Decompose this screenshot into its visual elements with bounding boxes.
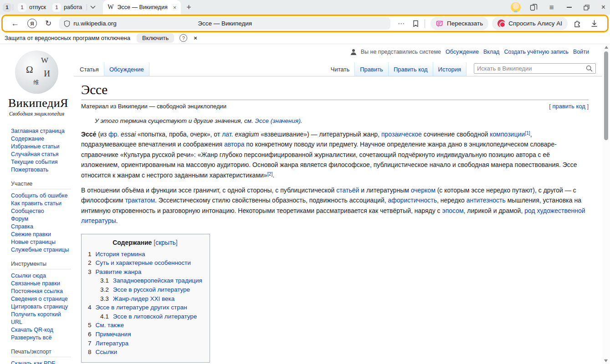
- view-tab[interactable]: Править код: [389, 62, 433, 76]
- help-icon[interactable]: ?: [179, 34, 187, 42]
- sidebar-link[interactable]: Сообщество: [11, 207, 71, 215]
- inline-link[interactable]: править код: [552, 103, 585, 110]
- sidebar-link[interactable]: Скачать как PDF: [11, 360, 71, 364]
- page-scrollbar[interactable]: [602, 44, 610, 364]
- personal-link[interactable]: Обсуждение: [446, 49, 479, 55]
- personal-link[interactable]: Войти: [573, 49, 589, 55]
- toc-item[interactable]: 7 Литература: [88, 339, 202, 348]
- sidebar-link[interactable]: Случайная статья: [11, 151, 71, 158]
- inline-link[interactable]: статьёй: [336, 187, 359, 194]
- namespace-tab[interactable]: Статья: [75, 62, 104, 76]
- collections-icon[interactable]: [530, 4, 538, 11]
- scroll-up-arrow[interactable]: [605, 46, 608, 49]
- view-tab[interactable]: Править: [355, 62, 389, 76]
- extensions-icon[interactable]: [573, 20, 581, 28]
- alice-avatar-icon[interactable]: [511, 2, 521, 12]
- refresh-icon[interactable]: ↻: [45, 19, 51, 28]
- inline-link[interactable]: афористичность: [388, 197, 437, 204]
- wiki-search-box[interactable]: [474, 63, 596, 74]
- view-tab[interactable]: Читать: [326, 62, 355, 76]
- toc-item[interactable]: 8 Ссылки: [88, 348, 202, 357]
- toc-link[interactable]: Западноевропейская традиция: [113, 276, 202, 285]
- sidebar-link[interactable]: Как править статьи: [11, 200, 71, 207]
- sidebar-link[interactable]: Свежие правки: [11, 231, 71, 238]
- toc-item[interactable]: 2 Суть и характерные особенности: [88, 258, 202, 268]
- tab-group-chip[interactable]: 1 работа: [49, 2, 85, 13]
- toc-link[interactable]: Жанр-лидер XXI века: [113, 294, 174, 303]
- toc-link[interactable]: Литература: [96, 339, 129, 348]
- inline-link[interactable]: автора: [224, 141, 245, 148]
- sidebar-link[interactable]: Избранные статьи: [11, 143, 71, 151]
- search-icon[interactable]: [586, 65, 593, 72]
- back-icon[interactable]: ←: [11, 19, 19, 28]
- wikipedia-logo[interactable]: Ω W И 维 ВикипедиЯ Свободная энциклопедия: [8, 51, 65, 116]
- sidebar-link[interactable]: Новые страницы: [11, 238, 71, 246]
- sidebar-link[interactable]: Сообщить об ошибке: [11, 192, 71, 200]
- toc-link[interactable]: История термина: [96, 250, 145, 259]
- sidebar-link[interactable]: Пожертвовать: [11, 166, 71, 174]
- toc-item[interactable]: 1 История термина: [88, 250, 202, 259]
- toc-link[interactable]: Эссе в литовской литературе: [113, 312, 197, 321]
- inline-link[interactable]: композиции: [490, 131, 525, 138]
- namespace-tab[interactable]: Обсуждение: [104, 62, 149, 76]
- sidebar-link[interactable]: Содержание: [11, 135, 71, 143]
- toc-item[interactable]: 3.3 Жанр-лидер XXI века: [88, 294, 202, 303]
- sidebar-link[interactable]: Скачать QR-код: [11, 326, 71, 334]
- toc-item[interactable]: 3 Развитие жанра: [88, 268, 202, 277]
- inline-link[interactable]: прозаическое: [381, 131, 422, 138]
- more-icon[interactable]: ⋯: [398, 20, 405, 28]
- sidebar-link[interactable]: Получить короткий URL: [11, 311, 71, 326]
- retell-button[interactable]: Пересказать: [431, 17, 488, 30]
- active-browser-tab[interactable]: W Эссе — Википедия ×: [103, 0, 181, 15]
- toc-link[interactable]: Ссылки: [96, 348, 118, 357]
- new-tab-button[interactable]: +: [186, 3, 191, 11]
- inline-link[interactable]: фр.: [108, 131, 119, 138]
- inline-link[interactable]: Эссе (значения).: [255, 117, 302, 124]
- toc-item[interactable]: 4.1 Эссе в литовской литературе: [88, 312, 202, 321]
- toc-link[interactable]: Развитие жанра: [96, 268, 142, 277]
- toc-item[interactable]: 3.1 Западноевропейская традиция: [88, 276, 202, 285]
- shield-icon[interactable]: [64, 20, 70, 27]
- close-tab-icon[interactable]: ×: [173, 4, 177, 11]
- tab-group-chip[interactable]: 1 отпуск: [15, 2, 49, 13]
- toc-item[interactable]: 5 См. также: [88, 321, 202, 330]
- wiki-search-input[interactable]: [477, 65, 586, 72]
- address-bar[interactable]: ru.wikipedia.org Эссе — Википедия: [59, 17, 390, 30]
- sidebar-link[interactable]: Форум: [11, 215, 71, 223]
- scrollbar-thumb[interactable]: [604, 51, 608, 140]
- toc-item[interactable]: 4 Эссе в литературе других стран: [88, 303, 202, 312]
- inline-link[interactable]: скрыть: [155, 239, 176, 246]
- inline-link[interactable]: трактатом: [125, 197, 155, 204]
- toc-item[interactable]: 3.2 Эссе в русской литературе: [88, 285, 202, 294]
- sidebar-link[interactable]: Развернуть всё: [11, 334, 71, 342]
- toc-link[interactable]: Эссе в русской литературе: [113, 285, 190, 294]
- sidebar-link[interactable]: Служебные страницы: [11, 246, 71, 254]
- sidebar-link[interactable]: Ссылки сюда: [11, 272, 71, 280]
- sidebar-link[interactable]: Постоянная ссылка: [11, 288, 71, 295]
- inline-link[interactable]: [1]: [525, 130, 530, 136]
- yandex-icon[interactable]: Я: [27, 19, 37, 28]
- sidebar-link[interactable]: Сведения о странице: [11, 295, 71, 303]
- ask-alice-button[interactable]: Спросить Алису AI: [492, 17, 568, 30]
- sidebar-link[interactable]: Заглавная страница: [11, 127, 71, 135]
- minimize-button[interactable]: [567, 7, 572, 8]
- toc-link[interactable]: Эссе в литературе других стран: [96, 303, 187, 312]
- inline-link[interactable]: очерком: [411, 187, 436, 194]
- sidebar-link[interactable]: Текущие события: [11, 158, 71, 166]
- toc-link[interactable]: Суть и характерные особенности: [96, 258, 191, 268]
- personal-link[interactable]: Создать учётную запись: [504, 49, 569, 55]
- personal-link[interactable]: Вклад: [483, 49, 500, 55]
- chevron-down-icon[interactable]: [90, 5, 96, 9]
- enable-protection-button[interactable]: Включить: [137, 33, 174, 43]
- close-notification-icon[interactable]: ×: [194, 35, 197, 41]
- toc-link[interactable]: Примечания: [96, 330, 131, 339]
- view-tab[interactable]: История: [433, 62, 466, 76]
- collapsed-tab-group[interactable]: 1: [3, 3, 11, 12]
- close-window-button[interactable]: ×: [601, 4, 605, 11]
- sidebar-link[interactable]: Цитировать страницу: [11, 303, 71, 311]
- inline-link[interactable]: [2]: [267, 171, 273, 177]
- inline-link[interactable]: лат.: [222, 131, 233, 138]
- toc-link[interactable]: См. также: [96, 321, 124, 330]
- inline-link[interactable]: эпосом: [442, 207, 463, 214]
- bookmark-icon[interactable]: [413, 20, 419, 27]
